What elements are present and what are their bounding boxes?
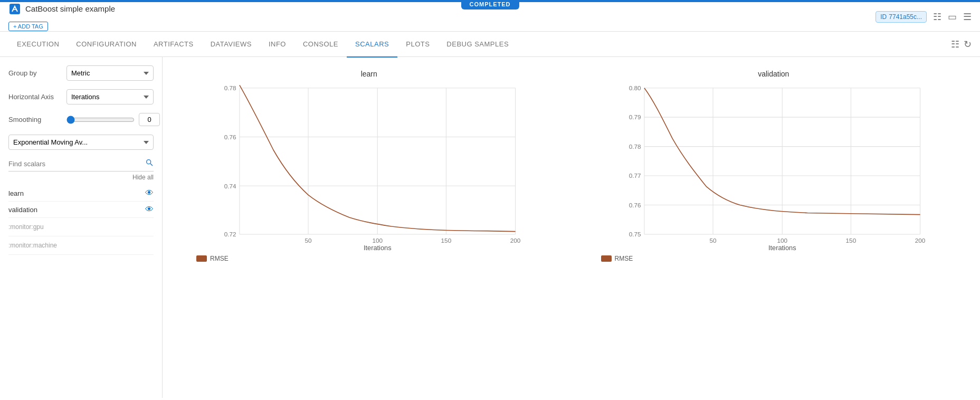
svg-text:100: 100 [777,237,787,244]
horizontal-axis-select[interactable]: Iterations [66,89,154,104]
nav-right-icons: ☷ ↻ [951,39,972,50]
scalar-name-validation: validation [8,206,37,214]
id-value: 7741a55c... [889,13,922,21]
horizontal-axis-label: Horizontal Axis [8,93,66,101]
group-by-select[interactable]: Metric [66,65,154,81]
description-icon[interactable]: ☷ [933,11,941,23]
chart-learn-legend: RMSE [175,255,563,262]
scalar-item-learn: learn 👁 [8,185,154,202]
scalar-item-machine: :monitor:machine [8,236,154,255]
smoothing-slider[interactable] [66,116,135,124]
svg-text:200: 200 [915,237,925,244]
header-right: ID 7741a55c... ☷ ▭ ☰ [876,11,972,23]
svg-text:Iterations: Iterations [364,244,392,251]
tab-info[interactable]: INFO [260,32,294,58]
scalar-eye-learn[interactable]: 👁 [145,188,154,198]
svg-text:0.78: 0.78 [629,143,641,150]
svg-text:0.78: 0.78 [224,84,236,91]
tab-dataviews[interactable]: DATAVIEWS [202,32,260,58]
svg-line-2 [150,164,153,166]
menu-icon[interactable]: ☰ [963,11,972,23]
learn-legend-color [196,255,207,262]
scalar-item-gpu: :monitor:gpu [8,218,154,236]
svg-text:0.72: 0.72 [224,231,236,237]
horizontal-axis-row: Horizontal Axis Iterations [8,89,154,104]
svg-text:Iterations: Iterations [768,244,796,251]
list-view-icon[interactable]: ☷ [951,39,959,50]
layout-icon[interactable]: ▭ [948,11,957,23]
svg-text:200: 200 [510,237,521,244]
svg-text:0.77: 0.77 [629,172,641,179]
svg-text:0.79: 0.79 [629,113,641,120]
add-tag-button[interactable]: + ADD TAG [8,22,48,31]
chart-learn-title: learn [175,70,563,78]
chart-validation-title: validation [580,70,968,78]
scalar-item-validation: validation 👁 [8,202,154,218]
svg-point-1 [147,160,151,164]
smoothing-input[interactable] [139,113,160,126]
app-title: CatBoost simple example [8,3,115,15]
app-icon [8,3,21,15]
tab-execution[interactable]: EXECUTION [8,32,68,58]
chart-learn-svg: 0.78 0.76 0.74 0.72 50 100 150 200 Itera… [175,82,563,251]
scalar-name-gpu: :monitor:gpu [8,221,44,233]
svg-text:0.75: 0.75 [629,231,641,237]
search-input[interactable] [8,160,145,168]
id-label: ID [880,13,887,21]
nav-tabs: EXECUTION CONFIGURATION ARTIFACTS DATAVI… [0,32,980,57]
app-title-text: CatBoost simple example [25,4,115,13]
tab-plots[interactable]: PLOTS [397,32,438,58]
tab-artifacts[interactable]: ARTIFACTS [145,32,202,58]
svg-text:0.80: 0.80 [629,84,641,91]
smoothing-controls [66,113,160,126]
chart-learn: learn 0.78 0.76 0.74 0.72 [167,61,572,394]
svg-text:0.76: 0.76 [224,134,236,140]
validation-legend-color [601,255,612,262]
svg-text:50: 50 [709,237,717,244]
smoothing-label: Smoothing [8,116,66,123]
search-button[interactable] [145,158,154,169]
svg-text:150: 150 [441,237,452,244]
ema-select[interactable]: Exponential Moving Av... [8,135,154,150]
svg-text:150: 150 [845,237,856,244]
tab-scalars[interactable]: SCALARS [347,32,397,58]
tab-console[interactable]: CONSOLE [294,32,347,58]
svg-text:50: 50 [305,237,312,244]
refresh-icon[interactable]: ↻ [964,39,972,50]
scalar-name-machine: :monitor:machine [8,240,57,251]
id-badge: ID 7741a55c... [876,11,927,23]
scalar-name-learn: learn [8,189,24,197]
search-icon [145,158,154,167]
tab-configuration[interactable]: CONFIGURATION [68,32,145,58]
chart-validation: validation 0.80 0.79 0.78 [572,61,976,394]
smoothing-row: Smoothing [8,113,154,126]
group-by-row: Group by Metric [8,65,154,81]
search-row [8,158,154,172]
completed-badge: COMPLETED [461,0,519,9]
chart-validation-legend: RMSE [580,255,968,262]
charts-area: learn 0.78 0.76 0.74 0.72 [163,57,980,398]
main-content: Group by Metric Horizontal Axis Iteratio… [0,57,980,398]
hide-all-button[interactable]: Hide all [8,174,154,181]
group-by-label: Group by [8,69,66,77]
chart-validation-svg: 0.80 0.79 0.78 0.77 0.76 0.75 50 100 150… [580,82,968,251]
svg-text:100: 100 [372,237,383,244]
validation-legend-label: RMSE [615,255,633,262]
tab-debug-samples[interactable]: DEBUG SAMPLES [438,32,517,58]
learn-legend-label: RMSE [210,255,229,262]
scalar-eye-validation[interactable]: 👁 [145,205,154,214]
sidebar: Group by Metric Horizontal Axis Iteratio… [0,57,163,398]
header-left: CatBoost simple example + ADD TAG [8,3,115,31]
svg-text:0.74: 0.74 [224,183,236,189]
svg-text:0.76: 0.76 [629,202,641,208]
